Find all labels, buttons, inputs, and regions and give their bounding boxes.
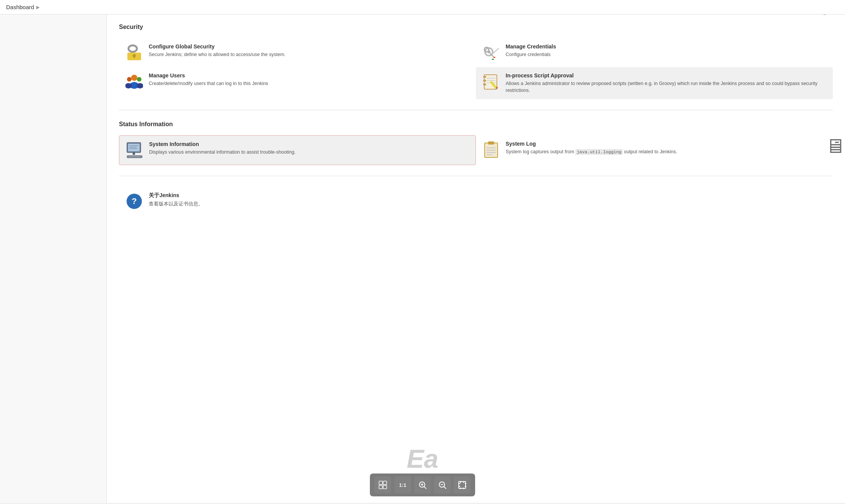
partial-keys-icon: 🔑 bbox=[820, 14, 845, 16]
header: Dashboard ▶ bbox=[0, 0, 845, 14]
users-icon bbox=[125, 72, 143, 91]
svg-rect-34 bbox=[129, 156, 140, 157]
section-divider-2 bbox=[119, 176, 833, 176]
svg-rect-42 bbox=[383, 481, 387, 485]
system-log-card[interactable]: System Log System log captures output fr… bbox=[476, 135, 833, 165]
status-information-title: Status Information bbox=[119, 121, 833, 128]
keys-icon: 🗝 bbox=[482, 43, 500, 62]
configure-global-security-desc: Secure Jenkins; define who is allowed to… bbox=[149, 51, 470, 58]
sidebar bbox=[0, 14, 107, 503]
system-information-title-text: System Information bbox=[149, 141, 469, 147]
svg-point-16 bbox=[137, 77, 141, 82]
svg-point-12 bbox=[131, 75, 137, 81]
log-icon bbox=[482, 141, 500, 159]
actual-size-label: 1:1 bbox=[399, 482, 406, 488]
manage-credentials-desc: Configure credentials bbox=[506, 51, 827, 58]
about-jenkins-card[interactable]: ? 关于Jenkins 查看版本以及证书信息。 bbox=[119, 187, 476, 216]
configure-global-security-text: Configure Global Security Secure Jenkins… bbox=[149, 43, 470, 58]
manage-credentials-title: Manage Credentials bbox=[506, 43, 827, 50]
svg-rect-20 bbox=[483, 80, 486, 82]
svg-rect-41 bbox=[379, 481, 382, 485]
inprocess-script-approval-title: In-process Script Approval bbox=[506, 72, 827, 79]
help-icon: ? bbox=[125, 192, 143, 210]
bottom-toolbar: 1:1 bbox=[370, 474, 475, 496]
actual-size-button[interactable]: 1:1 bbox=[394, 477, 411, 493]
about-section: ? 关于Jenkins 查看版本以及证书信息。 bbox=[119, 187, 833, 216]
svg-rect-10 bbox=[492, 59, 494, 60]
svg-rect-28 bbox=[128, 144, 140, 151]
about-items-grid: ? 关于Jenkins 查看版本以及证书信息。 bbox=[119, 187, 833, 216]
svg-rect-0 bbox=[129, 45, 137, 52]
system-information-text: System Information Displays various envi… bbox=[149, 141, 469, 156]
security-items-grid: Configure Global Security Secure Jenkins… bbox=[119, 38, 833, 99]
system-log-text: System Log System log captures output fr… bbox=[506, 141, 827, 156]
manage-credentials-text: Manage Credentials Configure credentials bbox=[506, 43, 827, 58]
manage-users-text: Manage Users Create/delete/modify users … bbox=[149, 72, 470, 87]
inprocess-script-approval-desc: Allows a Jenkins administrator to review… bbox=[506, 80, 827, 94]
svg-rect-36 bbox=[488, 141, 494, 144]
dashboard-title[interactable]: Dashboard bbox=[6, 4, 34, 10]
inprocess-script-approval-card[interactable]: In-process Script Approval Allows a Jenk… bbox=[476, 67, 833, 99]
header-chevron-icon: ▶ bbox=[36, 5, 40, 10]
script-icon bbox=[482, 72, 500, 91]
svg-rect-32 bbox=[133, 152, 135, 155]
grid-view-button[interactable] bbox=[374, 477, 391, 493]
system-information-card[interactable]: System Information Displays various envi… bbox=[119, 135, 476, 165]
about-jenkins-desc: 查看版本以及证书信息。 bbox=[149, 201, 470, 207]
status-information-section: Status Information bbox=[119, 121, 833, 165]
zoom-out-button[interactable] bbox=[434, 477, 451, 493]
manage-users-desc: Create/delete/modify users that can log … bbox=[149, 80, 470, 87]
svg-rect-3 bbox=[133, 56, 135, 58]
fit-screen-button[interactable] bbox=[454, 477, 471, 493]
svg-point-14 bbox=[127, 77, 132, 82]
about-jenkins-title: 关于Jenkins bbox=[149, 192, 470, 199]
computer-icon bbox=[125, 141, 144, 159]
svg-rect-21 bbox=[483, 83, 486, 85]
main-container: Security Configure Global Secu bbox=[0, 14, 845, 503]
partial-monitor-icon: 🖥 bbox=[825, 135, 845, 157]
svg-rect-44 bbox=[383, 485, 387, 489]
about-jenkins-text: 关于Jenkins 查看版本以及证书信息。 bbox=[149, 192, 470, 207]
svg-line-50 bbox=[444, 486, 446, 489]
manage-credentials-card[interactable]: 🗝 Manage Credentials Configure credentia… bbox=[476, 38, 833, 67]
main-content: Security Configure Global Secu bbox=[107, 14, 845, 503]
svg-line-46 bbox=[424, 486, 426, 489]
security-section: Security Configure Global Secu bbox=[119, 24, 833, 99]
svg-rect-19 bbox=[483, 76, 486, 78]
lock-icon bbox=[125, 43, 143, 62]
manage-users-title: Manage Users bbox=[149, 72, 470, 79]
system-log-desc: System log captures output from java.uti… bbox=[506, 148, 827, 156]
system-information-desc: Displays various environmental informati… bbox=[149, 149, 469, 156]
status-items-grid: System Information Displays various envi… bbox=[119, 135, 833, 165]
manage-users-card[interactable]: Manage Users Create/delete/modify users … bbox=[119, 67, 476, 99]
svg-rect-52 bbox=[459, 482, 466, 488]
zoom-in-button[interactable] bbox=[414, 477, 431, 493]
configure-global-security-title: Configure Global Security bbox=[149, 43, 470, 50]
configure-global-security-card[interactable]: Configure Global Security Secure Jenkins… bbox=[119, 38, 476, 67]
svg-rect-9 bbox=[493, 57, 495, 58]
inprocess-script-approval-text: In-process Script Approval Allows a Jenk… bbox=[506, 72, 827, 94]
section-divider-1 bbox=[119, 110, 833, 110]
svg-rect-43 bbox=[379, 485, 382, 489]
system-log-title: System Log bbox=[506, 141, 827, 147]
security-section-title: Security bbox=[119, 24, 833, 30]
